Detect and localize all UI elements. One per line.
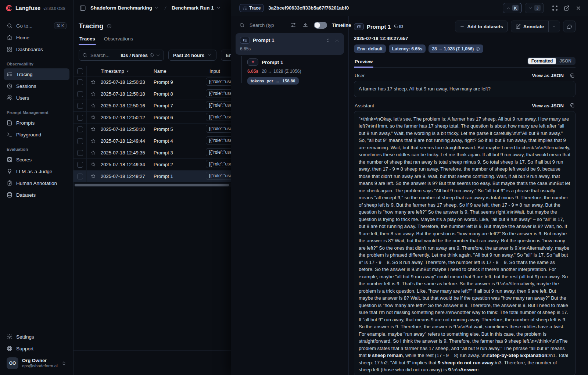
comments-button[interactable] bbox=[563, 21, 576, 32]
time-range-select[interactable]: Past 24 hours bbox=[168, 50, 216, 61]
section-observability: Observability bbox=[7, 62, 67, 66]
row-timestamp: 2025-07-18 12:49:27 bbox=[97, 174, 152, 179]
breadcrumb-project[interactable]: Benchmark Run 1 bbox=[172, 5, 221, 11]
trace-detail-panel: Trace 3a2bcef90633cff33b5a67f76201abf0 K… bbox=[231, 0, 588, 375]
horizontal-scrollbar[interactable] bbox=[74, 183, 233, 187]
tab-traces[interactable]: Traces bbox=[79, 36, 96, 45]
search-scope-select[interactable]: IDs / Names bbox=[121, 53, 160, 58]
annotate-button[interactable]: Annotate bbox=[511, 21, 548, 32]
timeline-toggle[interactable] bbox=[314, 22, 327, 29]
star-icon[interactable] bbox=[90, 91, 96, 97]
terminal-icon bbox=[7, 132, 12, 138]
sidebar-item-users[interactable]: Users bbox=[4, 92, 69, 104]
star-icon[interactable] bbox=[90, 126, 96, 132]
star-icon[interactable] bbox=[90, 79, 96, 85]
row-name: Prompt 9 bbox=[152, 79, 206, 85]
star-icon[interactable] bbox=[90, 162, 96, 167]
detail-tabs: Preview Formatted JSON bbox=[354, 57, 576, 68]
observation-search-input[interactable] bbox=[250, 22, 285, 28]
assistant-view-as-json[interactable]: View as JSON bbox=[532, 103, 564, 108]
scrollbar-thumb[interactable] bbox=[75, 184, 229, 186]
star-icon[interactable] bbox=[90, 174, 96, 179]
column-timestamp[interactable]: Timestamp bbox=[97, 68, 152, 74]
sessions-label: Sessions bbox=[16, 83, 36, 89]
sidebar-item-llm-judge[interactable]: LLM-as-a-Judge bbox=[4, 165, 69, 177]
sidebar-item-home[interactable]: Home bbox=[4, 32, 69, 43]
format-json[interactable]: JSON bbox=[556, 58, 575, 64]
download-icon[interactable] bbox=[302, 21, 309, 29]
sidebar-item-settings[interactable]: Settings bbox=[4, 331, 69, 343]
copy-icon[interactable] bbox=[570, 73, 575, 78]
copy-id-button[interactable]: ID bbox=[394, 24, 403, 29]
row-checkbox[interactable] bbox=[77, 91, 83, 97]
time-range-label: Past 24 hours bbox=[173, 53, 204, 58]
row-checkbox[interactable] bbox=[77, 162, 83, 168]
nav-up-button[interactable]: K bbox=[503, 3, 522, 13]
open-in-new-icon[interactable] bbox=[563, 4, 570, 12]
trace-type-badge: Trace bbox=[239, 4, 264, 12]
panel-toggle-icon[interactable] bbox=[79, 4, 87, 12]
user-view-as-json[interactable]: View as JSON bbox=[532, 73, 564, 78]
metric-value: 158.80 bbox=[282, 79, 295, 83]
star-icon[interactable] bbox=[90, 150, 96, 156]
row-checkbox[interactable] bbox=[77, 150, 83, 156]
scores-label: Scores bbox=[16, 157, 32, 162]
unfold-vertical-icon[interactable] bbox=[326, 38, 331, 43]
project-name: Benchmark Run 1 bbox=[172, 5, 214, 11]
star-icon[interactable] bbox=[90, 103, 96, 108]
sidebar-item-prompts[interactable]: Prompts bbox=[4, 117, 69, 129]
expand-icon[interactable] bbox=[551, 4, 559, 12]
sidebar-item-human-annotation[interactable]: Human Annotation bbox=[4, 177, 69, 189]
row-checkbox[interactable] bbox=[77, 115, 83, 121]
playground-label: Playground bbox=[16, 132, 41, 138]
breadcrumb-separator bbox=[163, 5, 168, 11]
copy-icon[interactable] bbox=[570, 103, 575, 108]
users-label: Users bbox=[16, 95, 29, 101]
tab-preview[interactable]: Preview bbox=[354, 59, 373, 67]
row-checkbox[interactable] bbox=[77, 174, 83, 179]
breadcrumb-org[interactable]: Shadeform Benchmarking bbox=[90, 5, 159, 11]
info-icon[interactable] bbox=[107, 24, 112, 29]
tree-node-generation[interactable]: Prompt 1 bbox=[247, 58, 348, 66]
collapse-x-icon[interactable] bbox=[334, 38, 340, 43]
star-icon[interactable] bbox=[90, 115, 96, 120]
trace-search[interactable]: IDs / Names bbox=[79, 50, 164, 61]
select-all-checkbox[interactable] bbox=[77, 68, 83, 74]
column-name[interactable]: Name bbox=[152, 68, 206, 74]
tree-node-root-selected[interactable]: Prompt 1 6.65s bbox=[236, 33, 344, 55]
star-icon[interactable] bbox=[90, 138, 96, 144]
root-node-name: Prompt 1 bbox=[253, 38, 275, 43]
tokens-per-second-badge[interactable]: tokens_per_... 158.80 bbox=[247, 77, 299, 85]
sidebar-item-scores[interactable]: Scores bbox=[4, 154, 69, 165]
nav-down-button[interactable]: J bbox=[525, 3, 544, 13]
sidebar-item-goto[interactable]: Go to... ⌘ K bbox=[4, 20, 69, 32]
row-timestamp: 2025-07-18 12:50:10 bbox=[97, 126, 152, 132]
filter-sliders-icon[interactable] bbox=[290, 21, 297, 29]
plus-icon bbox=[460, 24, 465, 29]
row-checkbox[interactable] bbox=[77, 79, 83, 85]
tab-observations[interactable]: Observations bbox=[103, 36, 134, 45]
trace-id: 3a2bcef90633cff33b5a67f76201abf0 bbox=[268, 5, 349, 11]
add-to-datasets-button[interactable]: Add to datasets bbox=[455, 21, 508, 32]
format-formatted[interactable]: Formatted bbox=[528, 58, 556, 64]
search-input[interactable] bbox=[90, 53, 117, 58]
row-checkbox[interactable] bbox=[77, 126, 83, 132]
trace-tabs: Traces Observations bbox=[79, 36, 231, 45]
sidebar-item-playground[interactable]: Playground bbox=[4, 129, 69, 140]
close-icon[interactable] bbox=[575, 4, 582, 12]
sidebar-item-support[interactable]: Support bbox=[4, 343, 69, 354]
account-menu[interactable]: OO Org Owner ops@shadeform.ai bbox=[4, 354, 69, 372]
observation-detail: Prompt 1 ID Add to datasets Annotate bbox=[349, 16, 588, 375]
row-checkbox[interactable] bbox=[77, 103, 83, 109]
add-to-datasets-label: Add to datasets bbox=[467, 24, 503, 29]
sidebar-item-sessions[interactable]: Sessions bbox=[4, 80, 69, 92]
sidebar-item-dashboards[interactable]: Dashboards bbox=[4, 43, 69, 55]
annotate-dropdown-button[interactable] bbox=[548, 21, 560, 32]
tracing-label: Tracing bbox=[16, 72, 33, 77]
sidebar-item-datasets[interactable]: Datasets bbox=[4, 189, 69, 201]
row-checkbox[interactable] bbox=[77, 138, 83, 144]
sidebar-item-tracing[interactable]: Tracing bbox=[4, 68, 69, 80]
trace-node-icon bbox=[354, 23, 364, 30]
latency-badge: Latency: 6.65s bbox=[389, 44, 426, 53]
search-icon bbox=[82, 53, 87, 58]
